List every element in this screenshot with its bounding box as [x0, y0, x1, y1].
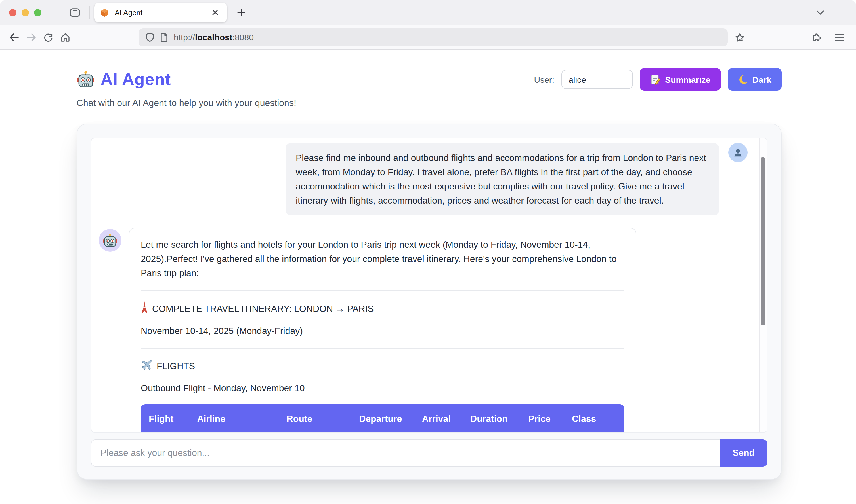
moon-icon — [738, 74, 748, 85]
chat-messages-area[interactable]: Please find me inbound and outbound flig… — [91, 138, 768, 433]
tab-bar: AI Agent — [0, 0, 856, 25]
chat-scrollbar[interactable] — [759, 138, 767, 432]
ai-intro-text: Let me search for flights and hotels for… — [141, 237, 624, 280]
tab-close-icon[interactable] — [209, 6, 221, 19]
person-icon — [732, 147, 743, 158]
summarize-button[interactable]: Summarize — [639, 68, 721, 91]
flights-table: Flight Airline Route Departure Arrival D… — [141, 404, 624, 433]
col-departure: Departure — [351, 404, 414, 433]
reload-icon[interactable] — [40, 29, 57, 46]
user-message-row: Please find me inbound and outbound flig… — [99, 143, 748, 215]
col-price: Price — [520, 404, 564, 433]
col-duration: Duration — [462, 404, 520, 433]
dark-mode-button[interactable]: Dark — [727, 68, 782, 91]
page-content: AI Agent User: Summarize D — [0, 50, 856, 504]
airplane-icon — [141, 359, 153, 371]
shield-icon[interactable] — [145, 32, 154, 42]
navigation-bar: http://localhost:8080 — [0, 25, 856, 50]
extensions-puzzle-icon[interactable] — [808, 29, 825, 46]
bookmark-star-icon[interactable] — [731, 29, 748, 46]
new-tab-button[interactable] — [233, 4, 250, 21]
page-title: AI Agent — [101, 70, 171, 89]
page-info-icon[interactable] — [160, 33, 168, 42]
tab-ai-agent[interactable]: AI Agent — [94, 3, 227, 22]
chat-scrollbar-thumb[interactable] — [760, 157, 765, 325]
close-window-button[interactable] — [9, 9, 16, 16]
itinerary-dates: November 10-14, 2025 (Monday-Friday) — [141, 324, 624, 338]
composer: Send — [91, 439, 768, 467]
col-arrival: Arrival — [414, 404, 462, 433]
col-airline: Airline — [189, 404, 278, 433]
menu-hamburger-icon[interactable] — [831, 29, 848, 46]
sidebar-toggle-icon[interactable] — [66, 4, 83, 21]
browser-window: AI Agent http://localhost:8080 — [0, 0, 856, 504]
robot-icon — [76, 70, 95, 88]
traffic-lights — [9, 9, 41, 16]
flights-heading: FLIGHTS — [141, 359, 624, 373]
tab-favicon-cube-icon — [100, 8, 109, 17]
user-message-bubble: Please find me inbound and outbound flig… — [286, 143, 719, 215]
outbound-flight-heading: Outbound Flight - Monday, November 10 — [141, 381, 624, 395]
back-icon[interactable] — [6, 29, 23, 46]
itinerary-title: COMPLETE TRAVEL ITINERARY: LONDON → PARI… — [141, 301, 624, 316]
col-class: Class — [564, 404, 624, 433]
url-bar[interactable]: http://localhost:8080 — [138, 28, 728, 46]
forward-icon[interactable] — [23, 29, 40, 46]
user-label: User: — [534, 75, 554, 84]
minimize-window-button[interactable] — [21, 9, 29, 16]
send-button[interactable]: Send — [720, 439, 768, 467]
question-input[interactable] — [91, 439, 720, 467]
chat-card: Please find me inbound and outbound flig… — [76, 124, 782, 480]
home-icon[interactable] — [57, 29, 74, 46]
tab-list-chevron-down-icon[interactable] — [812, 4, 829, 21]
app-brand: AI Agent — [76, 70, 171, 89]
divider — [141, 348, 624, 349]
flights-table-header-row: Flight Airline Route Departure Arrival D… — [141, 404, 624, 433]
tab-title: AI Agent — [115, 8, 209, 17]
bot-avatar — [99, 229, 121, 252]
tab-separator — [89, 6, 90, 19]
tower-icon — [141, 301, 148, 313]
robot-icon — [103, 233, 118, 248]
ai-message-row: Let me search for flights and hotels for… — [99, 228, 748, 433]
memo-icon — [650, 74, 661, 85]
col-route: Route — [279, 404, 352, 433]
user-avatar — [728, 143, 748, 162]
url-text: http://localhost:8080 — [174, 32, 254, 42]
zoom-window-button[interactable] — [34, 9, 41, 16]
user-input[interactable] — [561, 70, 633, 89]
divider — [141, 290, 624, 291]
ai-message-bubble: Let me search for flights and hotels for… — [129, 228, 636, 433]
page-subtitle: Chat with our AI Agent to help you with … — [76, 98, 782, 108]
col-flight: Flight — [141, 404, 189, 433]
